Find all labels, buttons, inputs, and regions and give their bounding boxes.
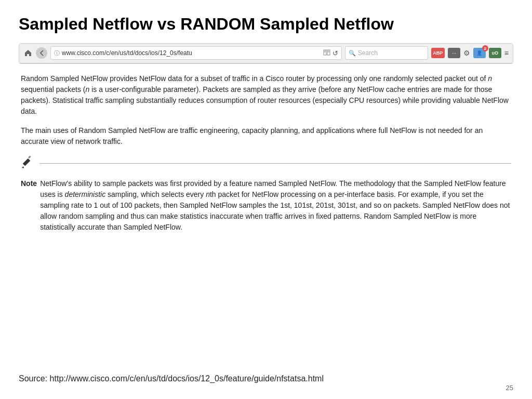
note-content: NetFlow's ability to sample packets was … [40,178,511,233]
gear-icon[interactable]: ⚙ [463,49,470,57]
back-button[interactable] [36,47,47,59]
note-section: Note NetFlow's ability to sample packets… [21,178,511,233]
search-placeholder: Search [358,49,378,57]
badge-count: 2 [482,45,488,51]
browser-window: ⓘ www.cisco.com/c/en/us/td/docs/ios/12_0… [19,43,513,64]
info-icon: ⓘ [54,49,60,57]
svg-marker-7 [22,166,24,168]
paragraph-1: Random Sampled NetFlow provides NetFlow … [21,73,511,117]
url-text: www.cisco.com/c/en/us/td/docs/ios/12_0s/… [62,49,321,57]
badge-icon: 👤 [476,50,482,56]
note-label: Note [21,178,37,233]
slide-title: Sampled Netflow vs RANDOM Sampled Netflo… [19,15,513,34]
more-button[interactable]: ··· [448,48,460,58]
pencil-icon [21,155,35,172]
divider-line [39,163,511,164]
search-icon: 🔍 [349,50,356,57]
address-bar[interactable]: ⓘ www.cisco.com/c/en/us/td/docs/ios/12_0… [50,46,342,60]
extension-badge-button[interactable]: 👤 2 [473,48,486,58]
svg-rect-6 [23,158,30,166]
user-icon-button[interactable]: uO [489,48,501,58]
menu-icon[interactable]: ≡ [504,49,509,57]
refresh-icon[interactable]: ↺ [332,49,338,57]
slide-number: 25 [506,384,513,392]
divider-section [21,155,511,172]
svg-rect-8 [28,155,31,158]
search-box[interactable]: 🔍 Search [345,46,428,60]
reader-icon [323,49,330,57]
paragraph-2: The main uses of Random Sampled NetFlow … [21,125,511,147]
home-icon[interactable] [23,48,33,58]
content-area: Random Sampled NetFlow provides NetFlow … [19,73,513,233]
slide: Sampled Netflow vs RANDOM Sampled Netflo… [0,0,532,399]
source-text: Source: http://www.cisco.com/c/en/us/td/… [19,374,324,383]
browser-toolbar: ⓘ www.cisco.com/c/en/us/td/docs/ios/12_0… [19,44,513,63]
abp-addon-button[interactable]: ABP [431,48,445,58]
